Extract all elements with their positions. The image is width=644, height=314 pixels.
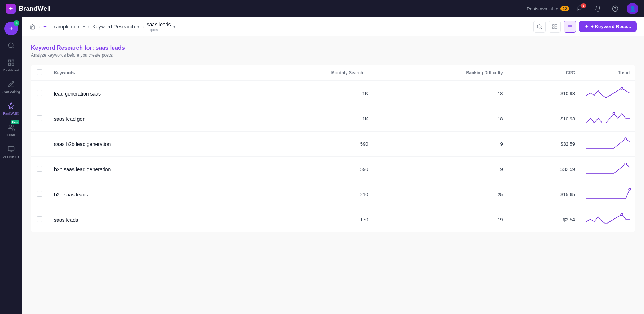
col-ranking-difficulty: Ranking Difficulty xyxy=(374,65,508,81)
svg-rect-15 xyxy=(553,25,554,26)
trend-sparkline xyxy=(586,113,630,124)
row-checkbox-3[interactable] xyxy=(37,166,42,172)
keyword-research-button[interactable]: ✦ + Keyword Rese... xyxy=(579,21,637,32)
svg-point-23 xyxy=(613,112,615,115)
svg-line-3 xyxy=(13,47,14,48)
help-btn[interactable] xyxy=(609,3,621,14)
sidebar-item-leads[interactable]: New Leads xyxy=(0,120,22,139)
breadcrumb-sep-1: › xyxy=(38,24,40,30)
trend-sparkline xyxy=(586,88,630,98)
row-checkbox-1[interactable] xyxy=(37,115,42,121)
breadcrumb-site[interactable]: ✦ example.com ▾ xyxy=(43,24,85,30)
row-checkbox-4[interactable] xyxy=(37,191,42,197)
ranking-difficulty-cell: 9 xyxy=(374,157,508,182)
row-checkbox-2[interactable] xyxy=(37,141,42,146)
sidebar-writing-label: Start Writing xyxy=(2,90,20,94)
table-row: lead generation saas1K18$10.93 xyxy=(31,81,635,106)
breadcrumb-section-label: Keyword Research xyxy=(93,24,135,30)
svg-rect-16 xyxy=(555,25,557,26)
breadcrumb-home[interactable] xyxy=(30,24,35,30)
row-checkbox-0[interactable] xyxy=(37,90,42,96)
monthly-search-cell: 590 xyxy=(238,132,374,157)
breadcrumb-sep-2: › xyxy=(88,24,90,30)
content-area: Keyword Research for: saas leads Analyze… xyxy=(22,36,644,314)
page-title-keyword: saas leads xyxy=(96,45,125,51)
list-view-btn[interactable] xyxy=(564,21,576,33)
col-monthly-search[interactable]: Monthly Search ↓ xyxy=(238,65,374,81)
breadcrumb-topic[interactable]: saas leads Topics ▾ xyxy=(147,22,175,32)
sidebar-item-dashboard[interactable]: Dashboard xyxy=(0,56,22,74)
row-checkbox-5[interactable] xyxy=(37,216,42,222)
svg-point-13 xyxy=(537,25,541,28)
sidebar-item-rankwell[interactable]: RankWell® xyxy=(0,99,22,118)
sidebar-leads-label: Leads xyxy=(7,134,16,137)
topbar: ✦ BrandWell Posts available 22 3 xyxy=(0,0,644,17)
breadcrumb-sep-3: › xyxy=(142,24,144,30)
ranking-difficulty-cell: 9 xyxy=(374,132,508,157)
cpc-cell: $10.93 xyxy=(509,106,581,132)
trend-cell xyxy=(581,182,635,207)
sidebar-item-search[interactable] xyxy=(0,38,22,53)
breadcrumb-section-dropdown[interactable]: ▾ xyxy=(137,24,139,29)
table-row: b2b saas lead generation5909$32.59 xyxy=(31,157,635,182)
col-keywords: Keywords xyxy=(48,65,238,81)
main-content: › ✦ example.com ▾ › Keyword Research ▾ ›… xyxy=(22,17,644,314)
select-all-checkbox[interactable] xyxy=(37,69,42,75)
posts-count-badge: 22 xyxy=(560,6,569,11)
new-button[interactable]: + 92 xyxy=(4,22,18,35)
col-cpc: CPC xyxy=(509,65,581,81)
trend-cell xyxy=(581,157,635,182)
table-row: saas leads17019$3.54 xyxy=(31,207,635,233)
sidebar-item-aidetector[interactable]: AI Detector xyxy=(0,142,22,161)
cpc-cell: $3.54 xyxy=(509,207,581,233)
trend-sparkline xyxy=(586,189,630,199)
svg-point-27 xyxy=(621,213,623,216)
trend-cell xyxy=(581,81,635,106)
table-row: b2b saas leads21025$15.65 xyxy=(31,182,635,207)
sidebar-rankwell-label: RankWell® xyxy=(3,112,19,115)
svg-rect-18 xyxy=(553,27,554,29)
sort-icon: ↓ xyxy=(366,70,368,75)
trend-cell xyxy=(581,132,635,157)
breadcrumb-site-dropdown[interactable]: ▾ xyxy=(83,24,85,29)
notif-badge: 3 xyxy=(581,3,586,8)
sidebar: + 92 Dashboard Start Writing xyxy=(0,17,22,314)
cpc-cell: $32.59 xyxy=(509,132,581,157)
grid-view-btn[interactable] xyxy=(549,21,561,33)
table-row: saas b2b lead generation5909$32.59 xyxy=(31,132,635,157)
monthly-search-cell: 1K xyxy=(238,106,374,132)
megaphone-btn[interactable]: 3 xyxy=(575,3,586,14)
keyword-cell: saas leads xyxy=(48,207,238,233)
cpc-cell: $32.59 xyxy=(509,157,581,182)
cpc-cell: $15.65 xyxy=(509,182,581,207)
monthly-search-cell: 1K xyxy=(238,81,374,106)
user-avatar[interactable]: 👤 xyxy=(627,3,638,14)
breadcrumb-actions: ✦ + Keyword Rese... xyxy=(533,21,637,33)
ranking-difficulty-cell: 18 xyxy=(374,81,508,106)
brand-logo: ✦ BrandWell xyxy=(6,4,51,14)
new-badge: 92 xyxy=(14,20,19,26)
svg-point-26 xyxy=(629,188,631,190)
breadcrumb: › ✦ example.com ▾ › Keyword Research ▾ ›… xyxy=(30,22,175,32)
brand-icon: ✦ xyxy=(6,4,16,14)
keyword-cell: saas b2b lead generation xyxy=(48,132,238,157)
brand-name: BrandWell xyxy=(19,5,51,13)
breadcrumb-section[interactable]: Keyword Research ▾ xyxy=(93,24,139,30)
sidebar-dashboard-label: Dashboard xyxy=(3,69,19,72)
breadcrumb-bar: › ✦ example.com ▾ › Keyword Research ▾ ›… xyxy=(22,17,644,36)
search-toggle-btn[interactable] xyxy=(533,21,546,33)
keyword-cell: b2b saas lead generation xyxy=(48,157,238,182)
sidebar-item-writing[interactable]: Start Writing xyxy=(0,77,22,96)
trend-sparkline xyxy=(586,214,630,225)
trend-sparkline xyxy=(586,138,630,149)
svg-rect-4 xyxy=(9,60,11,62)
svg-rect-5 xyxy=(12,60,14,62)
breadcrumb-topic-dropdown[interactable]: ▾ xyxy=(173,24,175,29)
monthly-search-cell: 170 xyxy=(238,207,374,233)
keyword-research-btn-icon: ✦ xyxy=(585,24,589,29)
keyword-cell: b2b saas leads xyxy=(48,182,238,207)
bell-btn[interactable] xyxy=(592,3,604,14)
page-title: Keyword Research for: saas leads xyxy=(31,45,635,51)
cpc-cell: $10.93 xyxy=(509,81,581,106)
col-trend: Trend xyxy=(581,65,635,81)
